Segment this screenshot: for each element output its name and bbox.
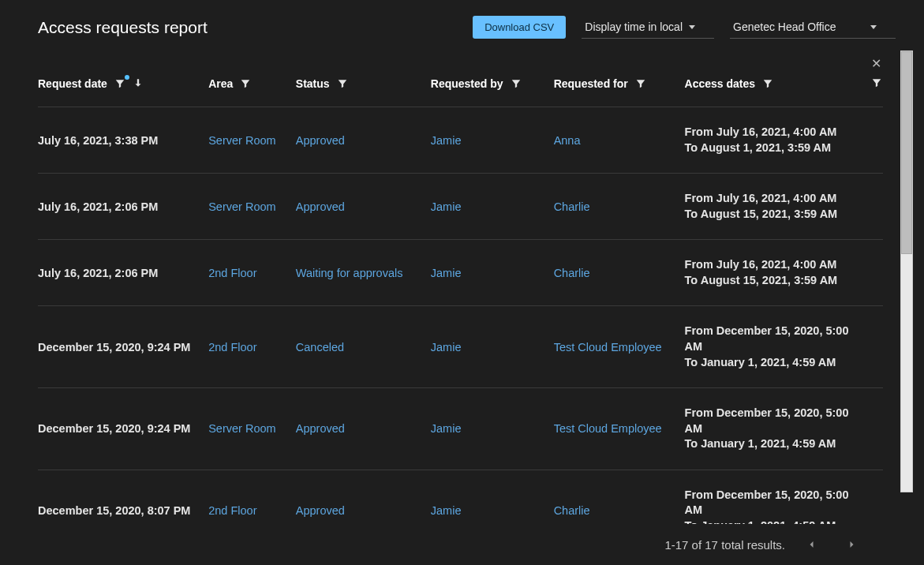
table-row[interactable]: July 16, 2021, 2:06 PMServer RoomApprove…: [38, 174, 883, 240]
area-link[interactable]: Server Room: [208, 134, 275, 147]
page-title: Access requests report: [38, 18, 457, 37]
access-to: To August 1, 2021, 3:59 AM: [685, 140, 851, 156]
cell-request-date: December 15, 2020, 8:07 PM: [38, 470, 208, 524]
requested-by-link[interactable]: Jamie: [431, 422, 462, 435]
cell-request-date: July 16, 2021, 3:38 PM: [38, 107, 208, 174]
status-link[interactable]: Approved: [296, 134, 345, 147]
table-row[interactable]: December 15, 2020, 9:24 PM2nd FloorCance…: [38, 306, 883, 388]
company-select[interactable]: Genetec Head Office: [730, 16, 896, 39]
requested-for-link[interactable]: Test Cloud Employee: [554, 341, 662, 354]
table-row[interactable]: December 15, 2020, 8:07 PM2nd FloorAppro…: [38, 470, 883, 524]
access-requests-table: Request date Area: [38, 54, 883, 524]
col-access-dates[interactable]: Access dates: [685, 77, 756, 90]
requested-for-link[interactable]: Anna: [554, 134, 581, 147]
table-row[interactable]: December 15, 2020, 9:24 PMServer RoomApp…: [38, 388, 883, 470]
col-requested-for[interactable]: Requested for: [554, 77, 628, 90]
sort-desc-icon[interactable]: [133, 77, 144, 91]
filter-icon[interactable]: [510, 77, 522, 90]
filter-icon[interactable]: [114, 77, 126, 90]
status-link[interactable]: Canceled: [296, 341, 344, 354]
requested-by-link[interactable]: Jamie: [431, 267, 462, 279]
filter-icon[interactable]: [336, 77, 349, 90]
table-row[interactable]: July 16, 2021, 2:06 PM2nd FloorWaiting f…: [38, 240, 883, 306]
access-from: From July 16, 2021, 4:00 AM: [685, 257, 851, 273]
status-link[interactable]: Waiting for approvals: [296, 267, 403, 279]
area-link[interactable]: 2nd Floor: [208, 341, 256, 354]
filter-icon[interactable]: [239, 77, 252, 90]
area-link[interactable]: 2nd Floor: [208, 267, 256, 279]
table-footer: 1-17 of 17 total results.: [38, 524, 896, 565]
requested-by-link[interactable]: Jamie: [431, 134, 462, 147]
requested-for-link[interactable]: Charlie: [554, 504, 590, 517]
requested-by-link[interactable]: Jamie: [431, 504, 462, 517]
area-link[interactable]: 2nd Floor: [208, 504, 256, 517]
status-link[interactable]: Approved: [296, 422, 345, 435]
time-display-select[interactable]: Display time in local: [582, 16, 714, 39]
caret-down-icon: [870, 25, 877, 29]
cell-request-date: July 16, 2021, 2:06 PM: [38, 174, 208, 240]
results-count: 1-17 of 17 total results.: [664, 538, 785, 552]
company-label: Genetec Head Office: [733, 21, 836, 33]
download-csv-button[interactable]: Download CSV: [473, 16, 566, 39]
header-bar: Access requests report Download CSV Disp…: [38, 16, 896, 54]
cell-request-date: December 15, 2020, 9:24 PM: [38, 388, 208, 470]
filter-icon[interactable]: [634, 77, 647, 90]
requested-by-link[interactable]: Jamie: [431, 200, 462, 213]
access-from: From July 16, 2021, 4:00 AM: [685, 191, 851, 207]
scrollbar[interactable]: [900, 51, 913, 492]
cell-request-date: December 15, 2020, 9:24 PM: [38, 306, 208, 388]
access-to: To August 15, 2021, 3:59 AM: [685, 273, 851, 289]
caret-down-icon: [689, 25, 695, 29]
cell-request-date: July 16, 2021, 2:06 PM: [38, 240, 208, 306]
requested-for-link[interactable]: Test Cloud Employee: [554, 422, 662, 435]
access-to: To January 1, 2021, 4:59 AM: [685, 355, 851, 371]
status-link[interactable]: Approved: [296, 504, 345, 517]
access-to: To August 15, 2021, 3:59 AM: [685, 207, 851, 223]
next-page-button[interactable]: [839, 535, 864, 554]
access-to: To January 1, 2021, 4:59 AM: [685, 518, 851, 524]
access-from: From December 15, 2020, 5:00 AM: [685, 324, 851, 354]
table-header-row: Request date Area: [38, 54, 883, 107]
area-link[interactable]: Server Room: [208, 200, 275, 213]
access-from: From July 16, 2021, 4:00 AM: [685, 125, 851, 140]
time-display-label: Display time in local: [585, 21, 683, 33]
scrollbar-thumb[interactable]: [901, 51, 912, 254]
filter-icon[interactable]: [870, 77, 883, 89]
requested-by-link[interactable]: Jamie: [431, 341, 462, 354]
status-link[interactable]: Approved: [296, 200, 345, 213]
access-from: From December 15, 2020, 5:00 AM: [685, 406, 851, 436]
access-to: To January 1, 2021, 4:59 AM: [685, 436, 851, 452]
prev-page-button[interactable]: [799, 535, 825, 554]
access-from: From December 15, 2020, 5:00 AM: [685, 488, 851, 518]
col-area[interactable]: Area: [208, 77, 233, 90]
area-link[interactable]: Server Room: [208, 422, 275, 435]
col-status[interactable]: Status: [296, 77, 330, 90]
requested-for-link[interactable]: Charlie: [554, 267, 590, 279]
table-row[interactable]: July 16, 2021, 3:38 PMServer RoomApprove…: [38, 107, 883, 174]
col-requested-by[interactable]: Requested by: [431, 77, 503, 90]
close-icon[interactable]: ✕: [871, 56, 881, 71]
col-request-date[interactable]: Request date: [38, 77, 107, 90]
filter-icon[interactable]: [761, 77, 774, 90]
requested-for-link[interactable]: Charlie: [554, 200, 590, 213]
